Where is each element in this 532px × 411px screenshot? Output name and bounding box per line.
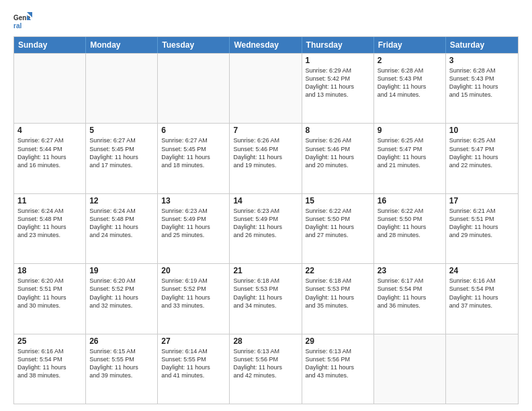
cal-row-1: 1Sunrise: 6:29 AM Sunset: 5:42 PM Daylig… (14, 53, 518, 123)
logo-icon: Gene ral (13, 11, 32, 30)
day-number: 26 (89, 336, 154, 346)
day-number: 9 (378, 126, 442, 135)
cal-cell-2-2: 5Sunrise: 6:27 AM Sunset: 5:45 PM Daylig… (86, 124, 158, 193)
cal-cell-5-3: 27Sunrise: 6:14 AM Sunset: 5:55 PM Dayli… (158, 334, 230, 404)
cal-cell-3-3: 13Sunrise: 6:23 AM Sunset: 5:49 PM Dayli… (158, 194, 230, 263)
day-info: Sunrise: 6:18 AM Sunset: 5:53 PM Dayligh… (233, 277, 298, 310)
calendar-page: Gene ral SundayMondayTuesdayWednesdayThu… (0, 0, 532, 411)
day-number: 12 (89, 196, 154, 205)
header-monday: Monday (86, 37, 158, 53)
day-number: 25 (17, 336, 82, 346)
day-info: Sunrise: 6:29 AM Sunset: 5:42 PM Dayligh… (306, 66, 370, 99)
day-number: 8 (306, 126, 370, 135)
cal-cell-4-7: 24Sunrise: 6:16 AM Sunset: 5:54 PM Dayli… (446, 264, 518, 333)
cal-cell-3-2: 12Sunrise: 6:24 AM Sunset: 5:48 PM Dayli… (86, 194, 158, 263)
cal-cell-1-1 (14, 54, 86, 123)
cal-cell-2-3: 6Sunrise: 6:27 AM Sunset: 5:45 PM Daylig… (158, 124, 230, 193)
svg-text:ral: ral (13, 22, 21, 30)
cal-cell-2-7: 10Sunrise: 6:25 AM Sunset: 5:47 PM Dayli… (446, 124, 518, 193)
day-info: Sunrise: 6:14 AM Sunset: 5:55 PM Dayligh… (161, 347, 226, 380)
cal-cell-3-7: 17Sunrise: 6:21 AM Sunset: 5:51 PM Dayli… (446, 194, 518, 263)
day-number: 11 (17, 196, 82, 205)
day-info: Sunrise: 6:20 AM Sunset: 5:52 PM Dayligh… (89, 277, 154, 310)
day-number: 6 (161, 126, 226, 135)
cal-cell-2-5: 8Sunrise: 6:26 AM Sunset: 5:46 PM Daylig… (302, 124, 374, 193)
day-number: 23 (378, 266, 442, 275)
cal-cell-4-3: 20Sunrise: 6:19 AM Sunset: 5:52 PM Dayli… (158, 264, 230, 333)
day-info: Sunrise: 6:27 AM Sunset: 5:45 PM Dayligh… (89, 136, 154, 169)
cal-cell-2-1: 4Sunrise: 6:27 AM Sunset: 5:44 PM Daylig… (14, 124, 86, 193)
day-number: 17 (449, 196, 515, 205)
day-number: 14 (233, 196, 298, 205)
cal-cell-5-5: 29Sunrise: 6:13 AM Sunset: 5:56 PM Dayli… (302, 334, 374, 404)
day-number: 19 (89, 266, 154, 275)
cal-cell-1-2 (86, 54, 158, 123)
cal-cell-5-2: 26Sunrise: 6:15 AM Sunset: 5:55 PM Dayli… (86, 334, 158, 404)
day-number: 3 (449, 56, 515, 65)
cal-cell-2-4: 7Sunrise: 6:26 AM Sunset: 5:46 PM Daylig… (230, 124, 302, 193)
calendar-body: 1Sunrise: 6:29 AM Sunset: 5:42 PM Daylig… (14, 53, 518, 404)
day-number: 7 (233, 126, 298, 135)
page-header: Gene ral (13, 11, 519, 30)
cal-cell-2-6: 9Sunrise: 6:25 AM Sunset: 5:47 PM Daylig… (374, 124, 446, 193)
day-info: Sunrise: 6:24 AM Sunset: 5:48 PM Dayligh… (89, 207, 154, 240)
cal-cell-5-7 (446, 334, 518, 404)
day-info: Sunrise: 6:16 AM Sunset: 5:54 PM Dayligh… (449, 277, 515, 310)
calendar-header-row: SundayMondayTuesdayWednesdayThursdayFrid… (14, 37, 518, 53)
day-info: Sunrise: 6:16 AM Sunset: 5:54 PM Dayligh… (17, 347, 82, 380)
day-info: Sunrise: 6:20 AM Sunset: 5:51 PM Dayligh… (17, 277, 82, 310)
cal-cell-3-1: 11Sunrise: 6:24 AM Sunset: 5:48 PM Dayli… (14, 194, 86, 263)
day-number: 27 (161, 336, 226, 346)
day-number: 28 (233, 336, 298, 346)
day-info: Sunrise: 6:19 AM Sunset: 5:52 PM Dayligh… (161, 277, 226, 310)
day-info: Sunrise: 6:27 AM Sunset: 5:45 PM Dayligh… (161, 136, 226, 169)
cal-cell-1-7: 3Sunrise: 6:28 AM Sunset: 5:43 PM Daylig… (446, 54, 518, 123)
header-friday: Friday (374, 37, 446, 53)
day-number: 16 (378, 196, 442, 205)
day-info: Sunrise: 6:25 AM Sunset: 5:47 PM Dayligh… (378, 136, 442, 169)
cal-cell-4-1: 18Sunrise: 6:20 AM Sunset: 5:51 PM Dayli… (14, 264, 86, 333)
day-info: Sunrise: 6:23 AM Sunset: 5:49 PM Dayligh… (161, 207, 226, 240)
day-info: Sunrise: 6:28 AM Sunset: 5:43 PM Dayligh… (378, 66, 442, 99)
day-info: Sunrise: 6:28 AM Sunset: 5:43 PM Dayligh… (449, 66, 515, 99)
cal-row-5: 25Sunrise: 6:16 AM Sunset: 5:54 PM Dayli… (14, 334, 518, 404)
day-number: 24 (449, 266, 515, 275)
day-number: 4 (17, 126, 82, 135)
day-number: 15 (306, 196, 370, 205)
cal-cell-4-4: 21Sunrise: 6:18 AM Sunset: 5:53 PM Dayli… (230, 264, 302, 333)
day-number: 10 (449, 126, 515, 135)
day-info: Sunrise: 6:13 AM Sunset: 5:56 PM Dayligh… (233, 347, 298, 380)
day-info: Sunrise: 6:22 AM Sunset: 5:50 PM Dayligh… (306, 207, 370, 240)
day-number: 20 (161, 266, 226, 275)
header-tuesday: Tuesday (158, 37, 230, 53)
day-info: Sunrise: 6:13 AM Sunset: 5:56 PM Dayligh… (306, 347, 370, 380)
day-info: Sunrise: 6:25 AM Sunset: 5:47 PM Dayligh… (449, 136, 515, 169)
cal-cell-1-6: 2Sunrise: 6:28 AM Sunset: 5:43 PM Daylig… (374, 54, 446, 123)
cal-cell-4-2: 19Sunrise: 6:20 AM Sunset: 5:52 PM Dayli… (86, 264, 158, 333)
cal-row-2: 4Sunrise: 6:27 AM Sunset: 5:44 PM Daylig… (14, 123, 518, 193)
header-saturday: Saturday (446, 37, 518, 53)
day-info: Sunrise: 6:23 AM Sunset: 5:49 PM Dayligh… (233, 207, 298, 240)
cal-cell-4-6: 23Sunrise: 6:17 AM Sunset: 5:54 PM Dayli… (374, 264, 446, 333)
day-info: Sunrise: 6:15 AM Sunset: 5:55 PM Dayligh… (89, 347, 154, 380)
day-info: Sunrise: 6:26 AM Sunset: 5:46 PM Dayligh… (233, 136, 298, 169)
header-thursday: Thursday (302, 37, 374, 53)
cal-cell-4-5: 22Sunrise: 6:18 AM Sunset: 5:53 PM Dayli… (302, 264, 374, 333)
day-info: Sunrise: 6:24 AM Sunset: 5:48 PM Dayligh… (17, 207, 82, 240)
day-info: Sunrise: 6:21 AM Sunset: 5:51 PM Dayligh… (449, 207, 515, 240)
cal-row-3: 11Sunrise: 6:24 AM Sunset: 5:48 PM Dayli… (14, 193, 518, 263)
day-info: Sunrise: 6:18 AM Sunset: 5:53 PM Dayligh… (306, 277, 370, 310)
day-number: 21 (233, 266, 298, 275)
day-number: 18 (17, 266, 82, 275)
cal-cell-3-5: 15Sunrise: 6:22 AM Sunset: 5:50 PM Dayli… (302, 194, 374, 263)
cal-cell-3-6: 16Sunrise: 6:22 AM Sunset: 5:50 PM Dayli… (374, 194, 446, 263)
cal-cell-1-3 (158, 54, 230, 123)
cal-cell-1-4 (230, 54, 302, 123)
day-number: 22 (306, 266, 370, 275)
day-number: 2 (378, 56, 442, 65)
header-wednesday: Wednesday (230, 37, 302, 53)
day-info: Sunrise: 6:22 AM Sunset: 5:50 PM Dayligh… (378, 207, 442, 240)
day-info: Sunrise: 6:26 AM Sunset: 5:46 PM Dayligh… (306, 136, 370, 169)
day-number: 5 (89, 126, 154, 135)
day-number: 29 (306, 336, 370, 346)
